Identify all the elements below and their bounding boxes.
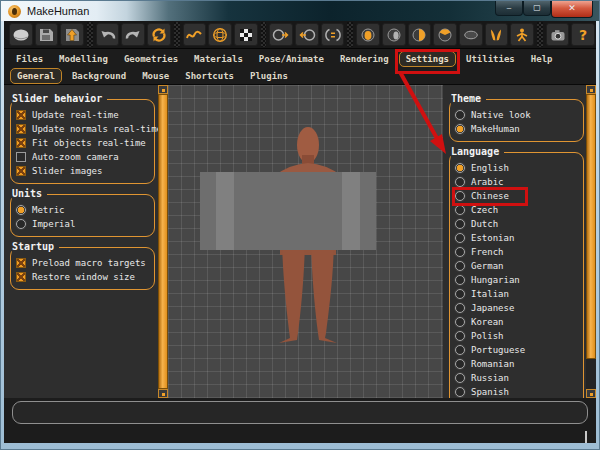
reset-icon[interactable] — [147, 23, 171, 46]
grab-canvas-icon[interactable] — [546, 23, 570, 46]
scrollbar-thumb[interactable] — [586, 94, 596, 359]
radio-icon[interactable] — [455, 331, 465, 341]
subtab-plugins[interactable]: Plugins — [244, 69, 294, 83]
radio-native-look[interactable]: Native look — [455, 108, 580, 122]
flip-feet-icon[interactable] — [485, 23, 509, 46]
radio-icon[interactable] — [455, 177, 465, 187]
checkbox-fit-objects[interactable]: Fit objects real-time — [16, 136, 151, 150]
subtab-mouse[interactable]: Mouse — [136, 69, 175, 83]
background-checker-icon[interactable] — [234, 23, 258, 46]
checkbox-icon[interactable] — [16, 110, 26, 120]
radio-imperial[interactable]: Imperial — [16, 217, 151, 231]
checkbox-icon[interactable] — [16, 166, 26, 176]
radio-icon[interactable] — [455, 345, 465, 355]
radio-language-german[interactable]: German — [455, 259, 580, 273]
radio-language-spanish[interactable]: Spanish — [455, 385, 580, 398]
radio-language-romanian[interactable]: Romanian — [455, 357, 580, 371]
radio-icon[interactable] — [16, 205, 26, 215]
checkbox-update-real-time[interactable]: Update real-time — [16, 108, 151, 122]
checkbox-auto-zoom-camera[interactable]: Auto-zoom camera — [16, 150, 151, 164]
radio-language-french[interactable]: French — [455, 245, 580, 259]
radio-language-italian[interactable]: Italian — [455, 287, 580, 301]
tab-settings[interactable]: Settings — [399, 51, 456, 67]
radio-language-czech[interactable]: Czech — [455, 203, 580, 217]
radio-icon[interactable] — [455, 289, 465, 299]
radio-language-hungarian[interactable]: Hungarian — [455, 273, 580, 287]
maximize-button[interactable]: ▢ — [523, 1, 551, 16]
radio-makehuman-theme[interactable]: MakeHuman — [455, 122, 580, 136]
radio-icon[interactable] — [455, 261, 465, 271]
tab-rendering[interactable]: Rendering — [334, 52, 395, 66]
radio-icon[interactable] — [455, 163, 465, 173]
minimize-button[interactable]: ‒ — [495, 1, 523, 16]
radio-language-korean[interactable]: Korean — [455, 315, 580, 329]
radio-language-estonian[interactable]: Estonian — [455, 231, 580, 245]
3d-viewport[interactable] — [168, 85, 443, 398]
radio-icon[interactable] — [455, 205, 465, 215]
radio-language-dutch[interactable]: Dutch — [455, 217, 580, 231]
checkbox-update-normals[interactable]: Update normals real-time — [16, 122, 151, 136]
radio-icon[interactable] — [455, 317, 465, 327]
radio-icon[interactable] — [455, 191, 465, 201]
view-top-icon[interactable] — [433, 23, 457, 46]
mesh-icon[interactable] — [9, 23, 33, 46]
radio-icon[interactable] — [455, 124, 465, 134]
right-panel-scrollbar[interactable] — [586, 85, 596, 398]
radio-icon[interactable] — [455, 110, 465, 120]
checkbox-icon[interactable] — [16, 272, 26, 282]
view-top-down-icon[interactable] — [459, 23, 483, 46]
status-input[interactable] — [12, 401, 588, 424]
view-front-icon[interactable] — [356, 23, 380, 46]
radio-icon[interactable] — [455, 359, 465, 369]
subtab-general[interactable]: General — [10, 68, 62, 84]
checkbox-icon[interactable] — [16, 152, 26, 162]
checkbox-icon[interactable] — [16, 258, 26, 268]
close-button[interactable]: ✕ — [551, 1, 593, 18]
pose-figure-icon[interactable] — [510, 23, 534, 46]
tab-pose-animate[interactable]: Pose/Animate — [253, 52, 330, 66]
radio-metric[interactable]: Metric — [16, 203, 151, 217]
symmetry-left-icon[interactable] — [295, 23, 319, 46]
subtab-background[interactable]: Background — [66, 69, 132, 83]
tab-help[interactable]: Help — [525, 52, 559, 66]
scrollbar-top-handle[interactable] — [586, 85, 596, 94]
undo-icon[interactable] — [96, 23, 120, 46]
radio-icon[interactable] — [455, 219, 465, 229]
symmetry-link-icon[interactable] — [321, 23, 345, 46]
radio-icon[interactable] — [455, 247, 465, 257]
radio-language-japanese[interactable]: Japanese — [455, 301, 580, 315]
radio-icon[interactable] — [16, 219, 26, 229]
slider-bottom-handle[interactable] — [158, 389, 168, 398]
tab-modelling[interactable]: Modelling — [53, 52, 114, 66]
tab-materials[interactable]: Materials — [188, 52, 249, 66]
radio-language-chinese[interactable]: Chinese — [455, 189, 580, 203]
save-icon[interactable] — [35, 23, 59, 46]
checkbox-slider-images[interactable]: Slider images — [16, 164, 151, 178]
checkbox-icon[interactable] — [16, 138, 26, 148]
slider-thumb[interactable] — [158, 94, 168, 389]
view-three-quarter-icon[interactable] — [408, 23, 432, 46]
radio-language-russian[interactable]: Russian — [455, 371, 580, 385]
symmetry-right-icon[interactable] — [269, 23, 293, 46]
subtab-shortcuts[interactable]: Shortcuts — [179, 69, 240, 83]
checkbox-icon[interactable] — [16, 124, 26, 134]
scrollbar-track[interactable] — [586, 359, 596, 389]
view-side-icon[interactable] — [382, 23, 406, 46]
slider-top-handle[interactable] — [158, 85, 168, 94]
radio-language-arabic[interactable]: Arabic — [455, 175, 580, 189]
wireframe-globe-icon[interactable] — [208, 23, 232, 46]
radio-icon[interactable] — [455, 387, 465, 397]
checkbox-preload-macro-targets[interactable]: Preload macro targets — [16, 256, 151, 270]
radio-language-english[interactable]: English — [455, 161, 580, 175]
load-icon[interactable] — [60, 23, 84, 46]
radio-language-portuguese[interactable]: Portuguese — [455, 343, 580, 357]
smooth-curve-icon[interactable] — [183, 23, 207, 46]
help-icon[interactable]: ? — [571, 23, 595, 46]
tab-files[interactable]: Files — [10, 52, 49, 66]
scrollbar-bottom-handle[interactable] — [586, 389, 596, 398]
tab-geometries[interactable]: Geometries — [118, 52, 184, 66]
radio-icon[interactable] — [455, 275, 465, 285]
tab-utilities[interactable]: Utilities — [460, 52, 521, 66]
redo-icon[interactable] — [121, 23, 145, 46]
radio-icon[interactable] — [455, 373, 465, 383]
